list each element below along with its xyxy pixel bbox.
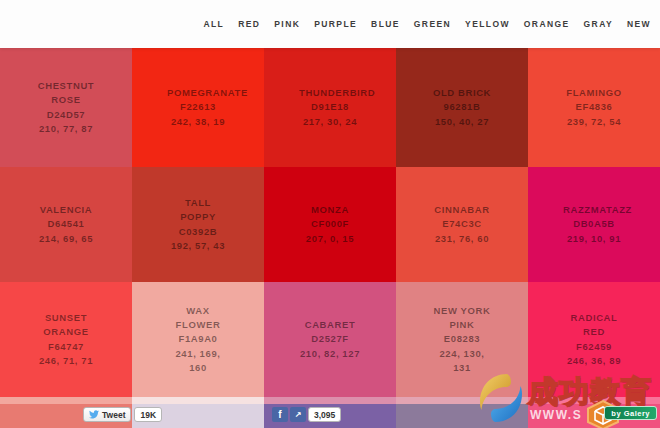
nav-item-green[interactable]: GREEN bbox=[414, 19, 451, 29]
partial-swatch-top-edge bbox=[0, 397, 132, 404]
swatch-hex-code: D64541 bbox=[35, 217, 97, 231]
swatch-rgb-values: 210, 82, 127 bbox=[299, 347, 361, 361]
facebook-count[interactable]: 3,095 bbox=[308, 407, 341, 422]
partial-swatch-top-edge bbox=[396, 397, 528, 404]
nav-item-blue[interactable]: BLUE bbox=[371, 19, 400, 29]
nav-item-gray[interactable]: GRAY bbox=[584, 19, 613, 29]
swatch-rgb-values: 217, 30, 24 bbox=[299, 115, 361, 129]
swatch-hex-code: 96281B bbox=[431, 100, 493, 114]
swatch-name: OLD BRICK bbox=[431, 86, 493, 100]
swatch-name: NEW YORK PINK bbox=[431, 304, 493, 333]
color-swatch-new-york-pink[interactable]: NEW YORK PINK E08283 224, 130, 131 bbox=[396, 282, 528, 397]
swatch-rgb-values: 241, 169, 160 bbox=[167, 347, 229, 376]
swatch-hex-code: E08283 bbox=[431, 332, 493, 346]
swatch-rgb-values: 150, 40, 27 bbox=[431, 115, 493, 129]
swatch-hex-code: F62459 bbox=[563, 340, 625, 354]
swatch-rgb-values: 224, 130, 131 bbox=[431, 347, 493, 376]
swatch-rgb-values: 231, 76, 60 bbox=[431, 232, 493, 246]
swatch-name: TALL POPPY bbox=[167, 196, 229, 225]
tweet-button-label: Tweet bbox=[102, 410, 125, 420]
color-swatch-chestnut-rose[interactable]: CHESTNUT ROSE D24D57 210, 77, 87 bbox=[0, 48, 132, 167]
color-swatch-monza[interactable]: MONZA CF000F 207, 0, 15 bbox=[264, 167, 396, 282]
swatch-hex-code: E74C3C bbox=[431, 217, 493, 231]
swatch-hex-code: CF000F bbox=[299, 217, 361, 231]
color-swatch-razzmatazz[interactable]: RAZZMATAZZ DB0A5B 219, 10, 91 bbox=[528, 167, 660, 282]
color-swatch-old-brick[interactable]: OLD BRICK 96281B 150, 40, 27 bbox=[396, 48, 528, 167]
swatch-rgb-values: 242, 38, 19 bbox=[167, 115, 229, 129]
swatch-name: POMEGRANATE bbox=[167, 86, 229, 100]
color-swatch-valencia[interactable]: VALENCIA D64541 214, 69, 65 bbox=[0, 167, 132, 282]
color-swatch-wax-flower[interactable]: WAX FLOWER F1A9A0 241, 169, 160 bbox=[132, 282, 264, 397]
tweet-count[interactable]: 19K bbox=[134, 407, 162, 422]
nav-item-yellow[interactable]: YELLOW bbox=[465, 19, 510, 29]
partial-swatch-top-edge bbox=[264, 397, 396, 404]
swatch-hex-code: F64747 bbox=[35, 340, 97, 354]
partial-swatch-top-edge bbox=[528, 397, 660, 404]
color-swatch-cabaret[interactable]: CABARET D2527F 210, 82, 127 bbox=[264, 282, 396, 397]
swatch-rgb-values: 239, 72, 54 bbox=[563, 115, 625, 129]
swatch-rgb-values: 214, 69, 65 bbox=[35, 232, 97, 246]
facebook-share-button[interactable]: ↗ bbox=[290, 407, 306, 422]
swatch-hex-code: D2527F bbox=[299, 332, 361, 346]
swatch-rgb-values: 246, 36, 89 bbox=[563, 354, 625, 368]
swatch-name: RADICAL RED bbox=[563, 311, 625, 340]
credit-badge[interactable]: by Galery bbox=[604, 406, 657, 420]
category-nav: ALLREDPINKPURPLEBLUEGREENYELLOWORANGEGRA… bbox=[203, 19, 651, 29]
facebook-f-icon: f bbox=[278, 409, 281, 420]
swatch-hex-code: F1A9A0 bbox=[167, 332, 229, 346]
color-swatch-radical-red[interactable]: RADICAL RED F62459 246, 36, 89 bbox=[528, 282, 660, 397]
swatch-name: SUNSET ORANGE bbox=[35, 311, 97, 340]
nav-item-new[interactable]: NEW bbox=[627, 19, 651, 29]
swatch-name: FLAMINGO bbox=[563, 86, 625, 100]
nav-item-orange[interactable]: ORANGE bbox=[524, 19, 570, 29]
tweet-widget: Tweet 19K bbox=[83, 407, 162, 422]
nav-item-pink[interactable]: PINK bbox=[274, 19, 300, 29]
color-grid: CHESTNUT ROSE D24D57 210, 77, 87 POMEGRA… bbox=[0, 48, 660, 397]
partial-swatch-4[interactable] bbox=[396, 397, 528, 428]
twitter-bird-icon bbox=[89, 410, 99, 419]
color-swatch-thunderbird[interactable]: THUNDERBIRD D91E18 217, 30, 24 bbox=[264, 48, 396, 167]
swatch-hex-code: DB0A5B bbox=[563, 217, 625, 231]
partial-swatch-top-edge bbox=[132, 397, 264, 404]
tweet-button[interactable]: Tweet bbox=[83, 407, 131, 422]
swatch-name: THUNDERBIRD bbox=[299, 86, 361, 100]
facebook-widget: f ↗ 3,095 bbox=[272, 407, 341, 422]
swatch-rgb-values: 219, 10, 91 bbox=[563, 232, 625, 246]
color-swatch-pomegranate[interactable]: POMEGRANATE F22613 242, 38, 19 bbox=[132, 48, 264, 167]
swatch-hex-code: F22613 bbox=[167, 100, 229, 114]
swatch-rgb-values: 192, 57, 43 bbox=[167, 239, 229, 253]
color-swatch-cinnabar[interactable]: CINNABAR E74C3C 231, 76, 60 bbox=[396, 167, 528, 282]
swatch-name: WAX FLOWER bbox=[167, 304, 229, 333]
swatch-hex-code: D24D57 bbox=[35, 108, 97, 122]
swatch-hex-code: EF4836 bbox=[563, 100, 625, 114]
color-swatch-sunset-orange[interactable]: SUNSET ORANGE F64747 246, 71, 71 bbox=[0, 282, 132, 397]
swatch-name: RAZZMATAZZ bbox=[563, 203, 625, 217]
swatch-name: VALENCIA bbox=[35, 203, 97, 217]
swatch-name: CHESTNUT ROSE bbox=[35, 79, 97, 108]
color-swatch-flamingo[interactable]: FLAMINGO EF4836 239, 72, 54 bbox=[528, 48, 660, 167]
swatch-rgb-values: 207, 0, 15 bbox=[299, 232, 361, 246]
swatch-rgb-values: 246, 71, 71 bbox=[35, 354, 97, 368]
top-nav-bar: ALLREDPINKPURPLEBLUEGREENYELLOWORANGEGRA… bbox=[0, 0, 660, 48]
share-arrow-icon: ↗ bbox=[295, 410, 302, 419]
nav-item-red[interactable]: RED bbox=[238, 19, 260, 29]
swatch-rgb-values: 210, 77, 87 bbox=[35, 122, 97, 136]
swatch-name: CABARET bbox=[299, 318, 361, 332]
swatch-hex-code: D91E18 bbox=[299, 100, 361, 114]
swatch-name: CINNABAR bbox=[431, 203, 493, 217]
color-swatch-tall-poppy[interactable]: TALL POPPY C0392B 192, 57, 43 bbox=[132, 167, 264, 282]
swatch-hex-code: C0392B bbox=[167, 225, 229, 239]
facebook-like-button[interactable]: f bbox=[272, 407, 288, 422]
nav-item-all[interactable]: ALL bbox=[203, 19, 224, 29]
swatch-name: MONZA bbox=[299, 203, 361, 217]
nav-item-purple[interactable]: PURPLE bbox=[314, 19, 357, 29]
